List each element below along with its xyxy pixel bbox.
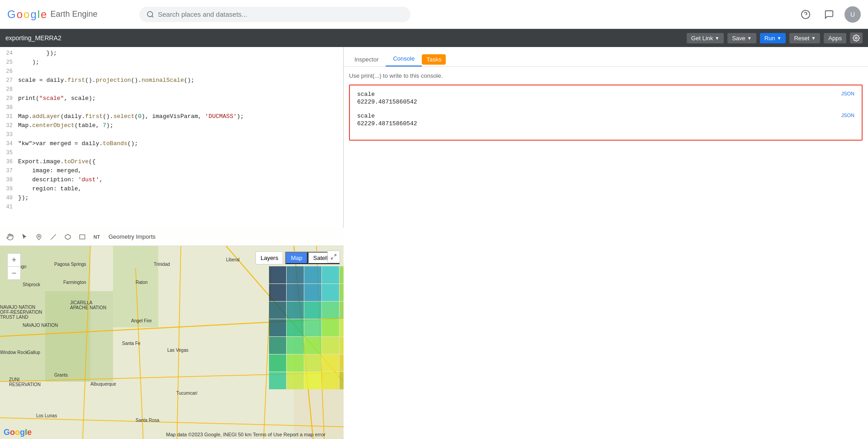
tab-console[interactable]: Console	[386, 52, 422, 66]
map-label-santarosa: Santa Rosa	[136, 418, 159, 423]
line-content: Map.centerObject(table, 7);	[18, 121, 113, 130]
json-link-2[interactable]: JSON	[841, 113, 854, 118]
line-number: 25	[2, 58, 18, 67]
app-name: Earth Engine	[50, 9, 97, 19]
data-cell	[269, 302, 286, 319]
tab-inspector[interactable]: Inspector	[347, 52, 386, 66]
google-logo: Google	[7, 8, 47, 21]
line-content	[18, 103, 22, 112]
line-number: 41	[2, 203, 18, 212]
data-cell	[304, 266, 321, 283]
line-tool-button[interactable]	[47, 231, 60, 243]
cursor-tool-button[interactable]	[18, 231, 31, 243]
data-cell	[304, 319, 321, 336]
search-bar[interactable]	[139, 7, 410, 22]
line-number: 27	[2, 76, 18, 85]
console-hint: Use print(...) to write to this console.	[349, 71, 863, 81]
google-g2: g	[30, 8, 36, 21]
geometry-imports-label: Geometry Imports	[108, 233, 156, 240]
script-name: exporting_MERRA2	[5, 34, 683, 42]
rectangle-tool-button[interactable]	[76, 231, 89, 243]
tab-tasks[interactable]: Tasks	[422, 54, 446, 65]
data-cell	[287, 284, 304, 301]
code-line: 34"kw">var merged = daily.toBands();	[0, 139, 343, 148]
zoom-out-button[interactable]: −	[8, 267, 20, 279]
line-content	[18, 148, 22, 157]
data-cell	[340, 372, 344, 389]
help-button[interactable]	[797, 6, 814, 23]
line-number: 30	[2, 103, 18, 112]
avatar[interactable]: U	[844, 6, 861, 23]
data-cell	[304, 284, 321, 301]
get-link-button[interactable]: Get Link ▼	[687, 33, 724, 43]
map-label-grants: Grants	[54, 373, 68, 378]
code-line: 40});	[0, 194, 343, 203]
data-cell	[287, 354, 304, 372]
data-cell	[340, 319, 344, 336]
code-line: 38 description: 'dust',	[0, 175, 343, 184]
settings-button[interactable]	[850, 33, 863, 43]
code-line: 27scale = daily.first().projection().nom…	[0, 76, 343, 85]
line-number: 33	[2, 130, 18, 139]
run-button[interactable]: Run ▼	[760, 33, 786, 43]
left-side: 24 });25 );26 27scale = daily.first().pr…	[0, 47, 344, 439]
code-editor[interactable]: 24 });25 );26 27scale = daily.first().pr…	[0, 47, 343, 228]
map-credits: Map data ©2023 Google, INEGI 50 km Terms…	[166, 432, 326, 437]
layers-button[interactable]: Layers	[255, 251, 283, 264]
data-cell	[269, 319, 286, 336]
map-area[interactable]: NT Geometry Imports	[0, 228, 344, 439]
line-number: 26	[2, 67, 18, 76]
data-cell	[304, 337, 321, 354]
google-o2: o	[24, 8, 29, 21]
console-entry-1: JSON scale 62229.48715860542	[357, 91, 854, 105]
data-cell	[322, 319, 339, 336]
save-button[interactable]: Save ▼	[727, 33, 756, 43]
search-input[interactable]	[158, 10, 403, 18]
marker-tool-button[interactable]	[33, 231, 45, 243]
feedback-button[interactable]	[821, 6, 837, 23]
line-content	[18, 67, 22, 76]
map-label-gallup: Gallup	[27, 350, 40, 355]
map-label-pagosa: Pagosa Springs	[54, 262, 86, 267]
code-line: 41	[0, 203, 343, 212]
data-cell	[322, 354, 339, 372]
stop-draw-button[interactable]: NT	[90, 231, 103, 243]
console-entry-2: JSON scale 62229.48715860542	[357, 113, 854, 127]
svg-line-26	[331, 257, 333, 259]
map-label-santafe: Santa Fe	[122, 341, 141, 346]
data-cell	[287, 372, 304, 389]
polygon-tool-button[interactable]	[61, 231, 74, 243]
svg-point-0	[147, 11, 152, 16]
data-cell	[340, 354, 344, 372]
code-line: 25 );	[0, 58, 343, 67]
line-number: 29	[2, 94, 18, 103]
editor-toolbar: exporting_MERRA2 Get Link ▼ Save ▼ Run ▼…	[0, 29, 868, 47]
code-line: 33	[0, 130, 343, 139]
json-link-1[interactable]: JSON	[841, 91, 854, 96]
save-dropdown-arrow: ▼	[747, 36, 752, 41]
fullscreen-button[interactable]	[327, 250, 340, 263]
save-label: Save	[732, 35, 745, 42]
hand-tool-button[interactable]	[4, 231, 16, 243]
reset-button[interactable]: Reset ▼	[789, 33, 820, 43]
google-o1: o	[17, 8, 23, 21]
line-number: 35	[2, 148, 18, 157]
apps-label: Apps	[828, 35, 842, 42]
apps-button[interactable]: Apps	[824, 33, 846, 43]
line-number: 39	[2, 184, 18, 194]
line-content: );	[18, 58, 39, 67]
svg-rect-8	[80, 235, 85, 239]
code-line: 32Map.centerObject(table, 7);	[0, 121, 343, 130]
line-content: scale = daily.first().projection().nomin…	[18, 76, 194, 85]
console-value-2: 62229.48715860542	[357, 120, 854, 127]
right-panel: Inspector Console Tasks Use print(...) t…	[344, 47, 868, 439]
data-overlay	[269, 266, 344, 389]
svg-line-1	[152, 16, 153, 17]
map-view-button[interactable]: Map	[285, 252, 307, 264]
google-e: e	[41, 8, 47, 21]
console-content: Use print(...) to write to this console.…	[344, 67, 868, 439]
line-content: });	[18, 49, 57, 58]
data-cell	[340, 337, 344, 354]
zoom-in-button[interactable]: +	[8, 254, 20, 266]
data-cell	[304, 302, 321, 319]
